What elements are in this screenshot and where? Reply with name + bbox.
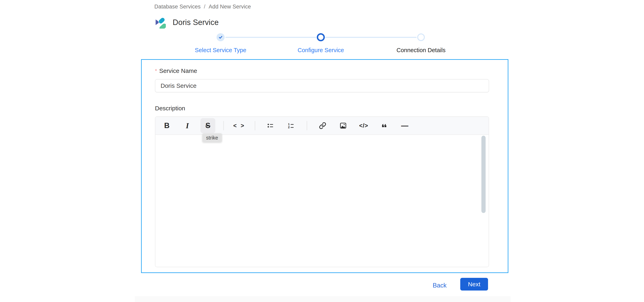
breadcrumb-separator: / — [204, 4, 206, 10]
ordered-list-button[interactable]: 1 2 — [284, 118, 299, 133]
breadcrumb: Database Services / Add New Service — [154, 4, 251, 10]
bold-button[interactable]: B — [160, 118, 174, 133]
step-2-indicator[interactable] — [317, 33, 325, 41]
blockquote-icon — [380, 122, 388, 129]
ordered-list-icon: 1 2 — [288, 122, 295, 129]
next-button[interactable]: Next — [460, 278, 488, 290]
step-connector — [226, 37, 316, 38]
description-label: Description — [155, 105, 185, 112]
step-1-indicator[interactable] — [216, 33, 224, 41]
strike-tooltip: strike — [202, 134, 222, 142]
service-name-label-row: * Service Name — [155, 68, 197, 74]
horizontal-rule-button[interactable]: — — [397, 118, 412, 133]
page-title: Doris Service — [173, 18, 219, 27]
italic-button[interactable]: I — [180, 118, 195, 133]
horizontal-rule-icon: — — [401, 122, 408, 130]
toolbar-divider — [255, 121, 255, 130]
step-label-select-service-type[interactable]: Select Service Type — [170, 47, 271, 54]
bullet-list-button[interactable] — [263, 118, 278, 133]
blockquote-button[interactable] — [377, 118, 392, 133]
strike-button[interactable]: S strike — [200, 118, 215, 133]
link-icon — [319, 122, 326, 129]
bold-icon: B — [164, 122, 170, 130]
check-icon — [218, 35, 223, 40]
italic-icon: I — [186, 121, 189, 130]
required-marker: * — [155, 68, 157, 74]
code-block-icon: </> — [359, 122, 368, 129]
breadcrumb-item-add-new-service[interactable]: Add New Service — [209, 4, 251, 10]
inline-code-button[interactable]: < > — [232, 118, 247, 133]
configure-service-card: * Service Name Description B I S strike — [141, 59, 508, 273]
inline-code-icon: < > — [233, 122, 245, 129]
service-name-label: Service Name — [159, 68, 197, 74]
step-label-configure-service[interactable]: Configure Service — [270, 47, 371, 54]
service-name-input[interactable] — [155, 79, 489, 92]
service-header: Doris Service — [155, 16, 219, 28]
doris-logo-icon — [155, 16, 166, 28]
toolbar-divider — [307, 121, 307, 130]
svg-text:2: 2 — [288, 126, 290, 129]
back-button[interactable]: Back — [429, 280, 450, 291]
footer-band — [135, 296, 510, 302]
description-editor: B I S strike < > — [155, 116, 489, 267]
bullet-list-icon — [267, 122, 274, 129]
step-connector — [325, 37, 416, 38]
editor-toolbar: B I S strike < > — [155, 117, 489, 135]
image-icon — [340, 122, 347, 129]
step-label-connection-details[interactable]: Connection Details — [371, 47, 471, 54]
editor-scrollbar-thumb[interactable] — [482, 136, 486, 213]
description-editor-content[interactable] — [155, 135, 489, 267]
code-block-button[interactable]: </> — [356, 118, 371, 133]
breadcrumb-item-database-services[interactable]: Database Services — [154, 4, 201, 10]
add-new-service-page: Database Services / Add New Service Dori… — [0, 0, 644, 302]
step-3-indicator[interactable] — [417, 34, 425, 41]
image-button[interactable] — [336, 118, 350, 133]
strikethrough-icon: S — [206, 122, 210, 130]
toolbar-divider — [224, 121, 224, 130]
link-button[interactable] — [315, 118, 330, 133]
